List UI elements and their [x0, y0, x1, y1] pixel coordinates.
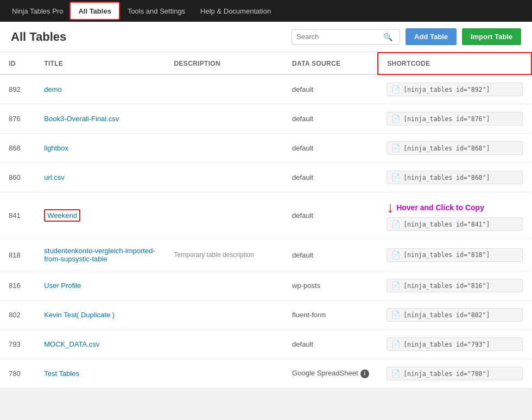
cell-description: [166, 163, 284, 192]
cell-title: Weekend: [35, 192, 165, 239]
cell-source: fluent-form: [283, 300, 378, 330]
shortcode-copy-btn[interactable]: 📄[ninja_tables id="892"]: [387, 83, 523, 96]
document-icon: 📄: [391, 85, 400, 93]
nav-help-docs[interactable]: Help & Documentation: [193, 0, 278, 22]
cell-shortcode: 📄[ninja_tables id="868"]: [378, 134, 531, 163]
table-row: 876Book3-Overall-Final.csvdefault📄[ninja…: [0, 104, 531, 134]
document-icon: 📄: [391, 369, 400, 378]
table-title-link[interactable]: Book3-Overall-Final.csv: [44, 115, 119, 123]
document-icon: 📄: [391, 220, 400, 228]
shortcode-copy-btn[interactable]: 📄[ninja_tables id="860"]: [387, 171, 523, 184]
arrow-down-icon: ↓: [387, 200, 394, 215]
shortcode-copy-btn[interactable]: 📄[ninja_tables id="802"]: [387, 308, 523, 322]
shortcode-copy-btn[interactable]: 📄[ninja_tables id="868"]: [387, 141, 523, 155]
col-data-source: Data Source: [283, 53, 378, 74]
search-box[interactable]: 🔍: [292, 29, 400, 45]
cell-title: lightbox: [35, 134, 165, 163]
import-table-button[interactable]: Import Table: [462, 28, 521, 45]
table-title-link[interactable]: demo: [44, 85, 62, 93]
cell-shortcode: 📄[ninja_tables id="802"]: [378, 300, 531, 330]
cell-source: default: [283, 239, 378, 271]
cell-shortcode: 📄[ninja_tables id="892"]: [378, 74, 531, 104]
table-title-link[interactable]: User Profile: [44, 281, 81, 290]
table-title-link[interactable]: MOCK_DATA.csv: [44, 340, 99, 348]
col-id: ID: [0, 53, 35, 74]
table-title-link[interactable]: Weekend: [44, 209, 80, 222]
cell-shortcode: 📄[ninja_tables id="780"]: [378, 359, 531, 388]
cell-id: 818: [0, 239, 35, 271]
hover-copy-hint: Hover and Click to Copy: [396, 203, 484, 212]
cell-id: 793: [0, 330, 35, 359]
table-header-row: ID Title Description Data Source ShortCo…: [0, 53, 531, 74]
cell-description: [166, 330, 284, 359]
shortcode-copy-btn[interactable]: 📄[ninja_tables id="818"]: [387, 248, 523, 262]
top-navigation: Ninja Tables Pro All Tables Tools and Se…: [0, 0, 532, 22]
table-row: 868lightboxdefault📄[ninja_tables id="868…: [0, 134, 531, 163]
header-actions: 🔍 Add Table Import Table: [292, 28, 521, 45]
brand-logo[interactable]: Ninja Tables Pro: [5, 7, 69, 15]
nav-tools-settings[interactable]: Tools and Settings: [120, 0, 193, 22]
shortcode-text: [ninja_tables id="780"]: [403, 370, 490, 378]
cell-title: MOCK_DATA.csv: [35, 330, 165, 359]
table-title-link[interactable]: Kevin Test( Duplicate ): [44, 311, 115, 319]
shortcode-copy-btn[interactable]: 📄[ninja_tables id="816"]: [387, 279, 523, 292]
table-title-link[interactable]: lightbox: [44, 144, 68, 152]
table-row: 816User Profilewp-posts📄[ninja_tables id…: [0, 271, 531, 300]
cell-shortcode: 📄[ninja_tables id="818"]: [378, 239, 531, 271]
info-icon[interactable]: i: [360, 369, 369, 378]
cell-id: 860: [0, 163, 35, 192]
cell-id: 802: [0, 300, 35, 330]
all-tables-table: ID Title Description Data Source ShortCo…: [0, 52, 532, 388]
table-row: 841Weekenddefault↓Hover and Click to Cop…: [0, 192, 531, 239]
search-input[interactable]: [296, 33, 383, 41]
shortcode-text: [ninja_tables id="802"]: [403, 311, 490, 319]
page-header: All Tables 🔍 Add Table Import Table: [0, 22, 532, 52]
table-title-link[interactable]: Test Tables: [44, 369, 79, 378]
shortcode-text: [ninja_tables id="860"]: [403, 174, 490, 181]
cell-id: 816: [0, 271, 35, 300]
shortcode-text: [ninja_tables id="816"]: [403, 282, 490, 290]
cell-title: demo: [35, 74, 165, 104]
document-icon: 📄: [391, 115, 400, 123]
cell-shortcode: ↓Hover and Click to Copy📄[ninja_tables i…: [378, 192, 531, 239]
cell-description: Temporary table description: [166, 239, 284, 271]
nav-all-tables[interactable]: All Tables: [69, 2, 119, 20]
shortcode-text: [ninja_tables id="818"]: [403, 251, 490, 259]
table-row: 892demodefault📄[ninja_tables id="892"]: [0, 74, 531, 104]
table-row: 818studentenkonto-vergleich-imported-fro…: [0, 239, 531, 271]
cell-description: [166, 300, 284, 330]
hover-hint-annotation: ↓Hover and Click to Copy: [387, 200, 523, 215]
document-icon: 📄: [391, 251, 400, 259]
table-title-link[interactable]: url.csv: [44, 173, 65, 181]
shortcode-copy-btn[interactable]: 📄[ninja_tables id="793"]: [387, 337, 523, 351]
cell-description: [166, 104, 284, 134]
search-icon: 🔍: [383, 33, 392, 41]
cell-id: 868: [0, 134, 35, 163]
shortcode-copy-btn[interactable]: 📄[ninja_tables id="841"]: [387, 217, 523, 231]
document-icon: 📄: [391, 340, 400, 348]
page-title: All Tables: [11, 30, 66, 44]
shortcode-text: [ninja_tables id="841"]: [403, 221, 490, 228]
cell-id: 780: [0, 359, 35, 388]
cell-id: 841: [0, 192, 35, 239]
cell-source: wp-posts: [283, 271, 378, 300]
shortcode-copy-btn[interactable]: 📄[ninja_tables id="780"]: [387, 367, 523, 380]
cell-title: Kevin Test( Duplicate ): [35, 300, 165, 330]
add-table-button[interactable]: Add Table: [406, 28, 457, 45]
cell-source: default: [283, 192, 378, 239]
cell-source: default: [283, 330, 378, 359]
cell-shortcode: 📄[ninja_tables id="876"]: [378, 104, 531, 134]
cell-shortcode: 📄[ninja_tables id="793"]: [378, 330, 531, 359]
tables-list: ID Title Description Data Source ShortCo…: [0, 52, 532, 388]
cell-source: Google SpreadSheeti: [283, 359, 378, 388]
cell-title: studentenkonto-vergleich-imported-from-s…: [35, 239, 165, 271]
cell-title: url.csv: [35, 163, 165, 192]
shortcode-text: [ninja_tables id="876"]: [403, 115, 490, 123]
cell-description: [166, 134, 284, 163]
table-row: 860url.csvdefault📄[ninja_tables id="860"…: [0, 163, 531, 192]
table-title-link[interactable]: studentenkonto-vergleich-imported-from-s…: [44, 247, 155, 263]
cell-description: [166, 359, 284, 388]
table-row: 802Kevin Test( Duplicate )fluent-form📄[n…: [0, 300, 531, 330]
shortcode-copy-btn[interactable]: 📄[ninja_tables id="876"]: [387, 112, 523, 126]
cell-source: default: [283, 104, 378, 134]
